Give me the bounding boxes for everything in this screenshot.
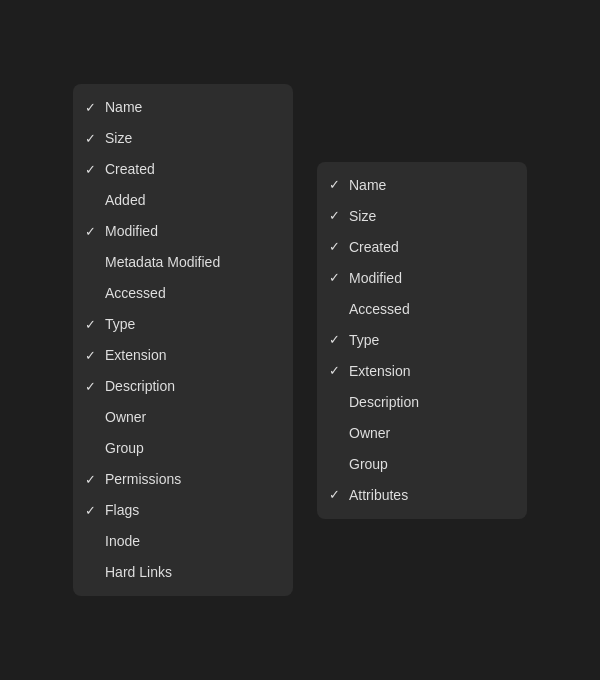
menu-item-attributes[interactable]: ✓Attributes [317,480,527,511]
menu-item-description[interactable]: ✓Description [73,371,293,402]
check-icon: ✓ [85,98,105,118]
menu-item-label: Owner [349,423,511,444]
menu-item-extension[interactable]: ✓Extension [317,356,527,387]
menu-item-group[interactable]: ✓Group [73,433,293,464]
menu-item-inode[interactable]: ✓Inode [73,526,293,557]
menu-item-label: Type [105,314,277,335]
menu-item-hard-links[interactable]: ✓Hard Links [73,557,293,588]
check-icon: ✓ [85,129,105,149]
menu-item-group[interactable]: ✓Group [317,449,527,480]
menu-item-label: Size [105,128,277,149]
menu-item-flags[interactable]: ✓Flags [73,495,293,526]
menu-item-label: Name [105,97,277,118]
menu-item-label: Metadata Modified [105,252,277,273]
menu-item-label: Hard Links [105,562,277,583]
menu-item-name[interactable]: ✓Name [317,170,527,201]
check-icon: ✓ [329,175,349,195]
menu-item-owner[interactable]: ✓Owner [317,418,527,449]
menu-item-label: Type [349,330,511,351]
menu-item-label: Description [349,392,511,413]
menu-item-label: Name [349,175,511,196]
menu-item-label: Group [349,454,511,475]
menu-item-permissions[interactable]: ✓Permissions [73,464,293,495]
menu-item-label: Flags [105,500,277,521]
check-icon: ✓ [85,160,105,180]
check-icon: ✓ [329,361,349,381]
menu-item-label: Added [105,190,277,211]
menu-item-owner[interactable]: ✓Owner [73,402,293,433]
check-icon: ✓ [329,330,349,350]
check-icon: ✓ [329,268,349,288]
check-icon: ✓ [85,222,105,242]
check-icon: ✓ [85,315,105,335]
menu-item-size[interactable]: ✓Size [317,201,527,232]
menu-item-label: Attributes [349,485,511,506]
menu-item-type[interactable]: ✓Type [317,325,527,356]
right-dropdown-panel: ✓Name✓Size✓Created✓Modified✓Accessed✓Typ… [317,162,527,519]
menu-item-label: Owner [105,407,277,428]
menu-item-accessed[interactable]: ✓Accessed [317,294,527,325]
menu-item-label: Description [105,376,277,397]
check-icon: ✓ [85,346,105,366]
menu-item-label: Group [105,438,277,459]
check-icon: ✓ [85,501,105,521]
menu-item-label: Extension [349,361,511,382]
menu-item-type[interactable]: ✓Type [73,309,293,340]
menu-item-modified[interactable]: ✓Modified [317,263,527,294]
menu-item-added[interactable]: ✓Added [73,185,293,216]
menu-item-extension[interactable]: ✓Extension [73,340,293,371]
menu-item-label: Modified [349,268,511,289]
check-icon: ✓ [329,485,349,505]
menu-item-label: Accessed [105,283,277,304]
check-icon: ✓ [85,470,105,490]
check-icon: ✓ [329,206,349,226]
menu-item-name[interactable]: ✓Name [73,92,293,123]
menu-item-label: Extension [105,345,277,366]
menu-item-modified[interactable]: ✓Modified [73,216,293,247]
menu-item-created[interactable]: ✓Created [317,232,527,263]
menu-item-metadata-modified[interactable]: ✓Metadata Modified [73,247,293,278]
menu-item-label: Accessed [349,299,511,320]
menu-item-created[interactable]: ✓Created [73,154,293,185]
menu-item-label: Created [105,159,277,180]
menu-item-label: Modified [105,221,277,242]
check-icon: ✓ [85,377,105,397]
check-icon: ✓ [329,237,349,257]
menu-item-accessed[interactable]: ✓Accessed [73,278,293,309]
menu-item-label: Inode [105,531,277,552]
menu-item-description[interactable]: ✓Description [317,387,527,418]
left-dropdown-panel: ✓Name✓Size✓Created✓Added✓Modified✓Metada… [73,84,293,596]
menu-item-label: Created [349,237,511,258]
menu-item-label: Size [349,206,511,227]
menu-item-label: Permissions [105,469,277,490]
menu-item-size[interactable]: ✓Size [73,123,293,154]
